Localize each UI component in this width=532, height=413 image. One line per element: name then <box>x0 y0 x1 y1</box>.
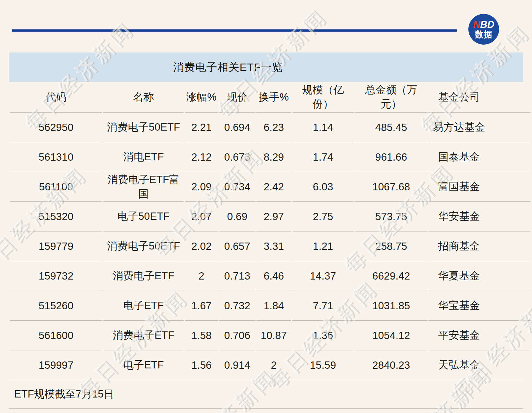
cell-scale: 2.75 <box>292 201 354 231</box>
cell-name: 消费电子ETF富国 <box>103 172 184 201</box>
accent-rule <box>12 29 457 32</box>
cell-change-pct: 1.56 <box>185 350 218 380</box>
nbd-logo: NBD 数据 <box>468 14 499 45</box>
cell-fund-company: 天弘基金 <box>429 350 531 380</box>
col-header-scale: 规模（亿份） <box>292 82 354 112</box>
cell-fund-company: 易方达基金 <box>429 112 531 142</box>
cell-scale: 6.03 <box>292 172 354 201</box>
cell-change-pct: 2.07 <box>185 201 218 231</box>
cell-scale: 1.14 <box>292 112 354 142</box>
cell-total-amount: 6629.42 <box>355 261 428 291</box>
cell-code: 561310 <box>10 142 102 172</box>
cell-turnover-pct: 2.42 <box>256 172 291 201</box>
cell-change-pct: 2.02 <box>185 231 218 261</box>
cell-code: 561100 <box>10 172 102 201</box>
nbd-logo-letter-n: N <box>473 19 480 30</box>
cell-total-amount: 258.75 <box>355 231 428 261</box>
nbd-logo-letters-bd: BD <box>480 19 494 30</box>
cell-change-pct: 1.67 <box>185 291 218 320</box>
cell-code: 159779 <box>10 231 102 261</box>
cell-price: 0.713 <box>219 261 255 291</box>
cell-turnover-pct: 2.97 <box>256 201 291 231</box>
table-row: 159732 消费电子ETF 2 0.713 6.46 14.37 6629.4… <box>10 261 531 291</box>
cell-turnover-pct: 10.87 <box>256 320 291 350</box>
cell-change-pct: 2.09 <box>185 172 218 201</box>
cell-total-amount: 2840.23 <box>355 350 428 380</box>
nbd-logo-top-text: NBD <box>473 20 494 30</box>
cell-name: 消费电子ETF <box>103 261 184 291</box>
cell-price: 0.706 <box>219 320 255 350</box>
cell-fund-company: 国泰基金 <box>429 142 531 172</box>
cell-name: 电子ETF <box>103 291 184 320</box>
header-band: NBD 数据 <box>0 0 532 52</box>
cell-turnover-pct: 3.31 <box>256 231 291 261</box>
cell-code: 515260 <box>10 291 102 320</box>
cell-name: 消费电子50ETF <box>103 112 184 142</box>
cell-price: 0.673 <box>219 142 255 172</box>
cell-turnover-pct: 8.29 <box>256 142 291 172</box>
cell-scale: 14.37 <box>292 261 354 291</box>
cell-turnover-pct: 2 <box>256 350 291 380</box>
cell-name: 电子50ETF <box>103 201 184 231</box>
cell-total-amount: 1031.85 <box>355 291 428 320</box>
cell-scale: 7.71 <box>292 291 354 320</box>
table-row: 562950 消费电子50ETF 2.21 0.694 6.23 1.14 48… <box>10 112 531 142</box>
table-row: 515320 电子50ETF 2.07 0.69 2.97 2.75 573.7… <box>10 201 531 231</box>
table-header-row: 代码 名称 涨幅% 现价 换手% 规模（亿份） 总金额（万元） 基金公司 <box>10 82 531 112</box>
cell-code: 561600 <box>10 320 102 350</box>
cell-total-amount: 485.45 <box>355 112 428 142</box>
nbd-logo-bottom-text: 数据 <box>475 30 493 39</box>
table-row: 159779 消费电子50ETF 2.02 0.657 3.31 1.21 25… <box>10 231 531 261</box>
cell-name: 消电ETF <box>103 142 184 172</box>
cell-price: 0.694 <box>219 112 255 142</box>
cell-fund-company: 华夏基金 <box>429 261 531 291</box>
col-header-change-pct: 涨幅% <box>185 82 218 112</box>
cell-scale: 1.74 <box>292 142 354 172</box>
col-header-code: 代码 <box>10 82 102 112</box>
cell-name: 消费电子ETF <box>103 320 184 350</box>
col-header-fund-company: 基金公司 <box>429 82 531 112</box>
cell-change-pct: 2.21 <box>185 112 218 142</box>
cell-turnover-pct: 6.23 <box>256 112 291 142</box>
table-row: 515260 电子ETF 1.67 0.732 1.84 7.71 1031.8… <box>10 291 531 320</box>
cell-scale: 1.21 <box>292 231 354 261</box>
table-title: 消费电子相关ETF一览 <box>173 60 283 75</box>
table-row: 561310 消电ETF 2.12 0.673 8.29 1.74 961.66… <box>10 142 531 172</box>
cell-change-pct: 2 <box>185 261 218 291</box>
col-header-turnover-pct: 换手% <box>256 82 291 112</box>
table-title-bar: 消费电子相关ETF一览 <box>9 52 523 82</box>
cell-turnover-pct: 1.84 <box>256 291 291 320</box>
cell-total-amount: 961.66 <box>355 142 428 172</box>
cell-scale: 1.36 <box>292 320 354 350</box>
cell-code: 562950 <box>10 112 102 142</box>
cell-total-amount: 1054.12 <box>355 320 428 350</box>
cell-scale: 15.59 <box>292 350 354 380</box>
cell-fund-company: 富国基金 <box>429 172 531 201</box>
cell-fund-company: 华宝基金 <box>429 291 531 320</box>
cell-name: 电子ETF <box>103 350 184 380</box>
col-header-name: 名称 <box>103 82 184 112</box>
cell-change-pct: 2.12 <box>185 142 218 172</box>
cell-fund-company: 招商基金 <box>429 231 531 261</box>
cell-total-amount: 1067.68 <box>355 172 428 201</box>
cell-price: 0.914 <box>219 350 255 380</box>
cell-name: 消费电子50ETF <box>103 231 184 261</box>
cell-price: 0.657 <box>219 231 255 261</box>
etf-table: 代码 名称 涨幅% 现价 换手% 规模（亿份） 总金额（万元） 基金公司 562… <box>9 82 532 380</box>
cell-code: 159732 <box>10 261 102 291</box>
cell-turnover-pct: 6.46 <box>256 261 291 291</box>
col-header-total-amount: 总金额（万元） <box>355 82 428 112</box>
table-row: 561100 消费电子ETF富国 2.09 0.734 2.42 6.03 10… <box>10 172 531 201</box>
cell-price: 0.69 <box>219 201 255 231</box>
table-row: 561600 消费电子ETF 1.58 0.706 10.87 1.36 105… <box>10 320 531 350</box>
cell-price: 0.732 <box>219 291 255 320</box>
cell-code: 515320 <box>10 201 102 231</box>
cell-code: 159997 <box>10 350 102 380</box>
cell-total-amount: 573.75 <box>355 201 428 231</box>
col-header-price: 现价 <box>219 82 255 112</box>
cell-price: 0.734 <box>219 172 255 201</box>
cell-fund-company: 平安基金 <box>429 320 531 350</box>
cell-fund-company: 华安基金 <box>429 201 531 231</box>
table-footnote: ETF规模截至7月15日 <box>9 380 523 409</box>
table-row: 159997 电子ETF 1.56 0.914 2 15.59 2840.23 … <box>10 350 531 380</box>
